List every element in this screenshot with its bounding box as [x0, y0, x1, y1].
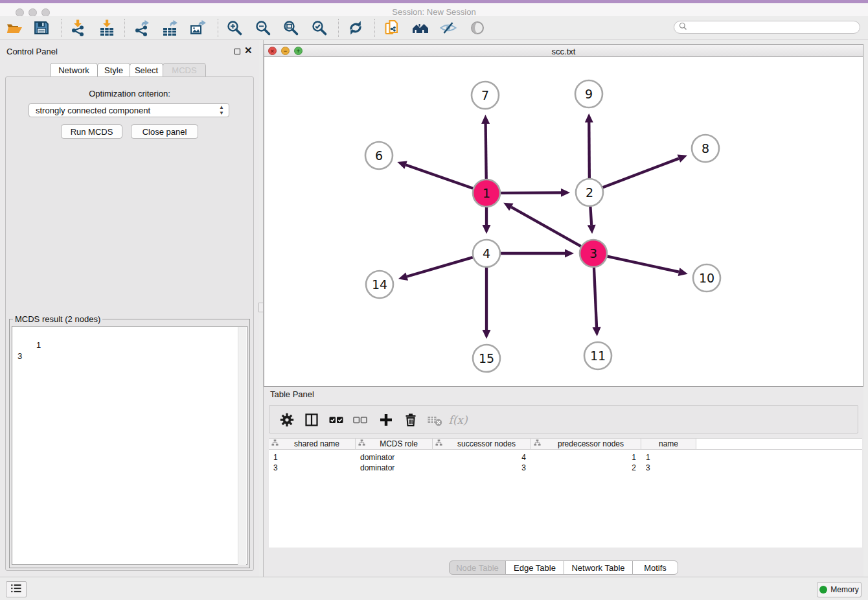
- column-sort-icon[interactable]: [358, 439, 365, 448]
- edge-4-3[interactable]: [501, 249, 574, 258]
- function-builder-icon[interactable]: f(x): [450, 411, 466, 428]
- column-sort-icon[interactable]: [271, 439, 279, 448]
- table-cell[interactable]: 3: [269, 463, 356, 473]
- edge-4-14[interactable]: [398, 257, 473, 281]
- criterion-select[interactable]: strongly connected component ▲▼: [29, 103, 229, 117]
- edge-1-4[interactable]: [483, 207, 491, 234]
- table-cell[interactable]: 1: [531, 452, 641, 463]
- zoom-in-icon[interactable]: [225, 19, 244, 37]
- zoom-selected-icon[interactable]: [310, 19, 328, 37]
- column-header-predecessor-nodes[interactable]: predecessor nodes: [531, 438, 641, 450]
- list-icon: [10, 582, 23, 597]
- duplicate-network-icon[interactable]: [383, 19, 401, 37]
- tab-select[interactable]: Select: [130, 63, 163, 76]
- column-header-successor-nodes[interactable]: successor nodes: [433, 438, 531, 450]
- edge-3-10[interactable]: [607, 257, 687, 276]
- control-panel-close-icon[interactable]: ✕: [244, 47, 253, 54]
- mcds-result-scrollbar[interactable]: [238, 327, 246, 565]
- edge-3-11[interactable]: [593, 268, 601, 336]
- tab-network-table[interactable]: Network Table: [564, 560, 633, 575]
- edge-1-6[interactable]: [397, 161, 473, 188]
- zoom-out-icon[interactable]: [254, 19, 272, 37]
- tab-network[interactable]: Network: [50, 63, 98, 76]
- table-cell[interactable]: dominator: [356, 452, 433, 463]
- delete-row-icon[interactable]: [402, 411, 419, 428]
- graph-node-15[interactable]: 15: [473, 345, 500, 372]
- tab-node-table[interactable]: Node Table: [449, 560, 506, 575]
- zoom-fit-icon[interactable]: [282, 19, 300, 37]
- hide-graphics-details-icon[interactable]: [439, 19, 457, 37]
- mcds-result-textarea[interactable]: 1 3: [12, 326, 247, 565]
- edge-2-8[interactable]: [603, 155, 687, 188]
- search-input[interactable]: [674, 21, 860, 34]
- graph-node-8[interactable]: 8: [692, 135, 719, 162]
- table-cell[interactable]: 3: [433, 463, 531, 473]
- edge-2-9[interactable]: [585, 113, 593, 178]
- edge-1-2[interactable]: [501, 189, 570, 197]
- tab-edge-table[interactable]: Edge Table: [505, 560, 564, 575]
- settings-gear-icon[interactable]: [279, 411, 295, 428]
- window-title: Session: New Session: [0, 7, 868, 17]
- edge-3-1[interactable]: [503, 203, 581, 246]
- export-table-icon[interactable]: [161, 19, 179, 37]
- open-session-icon[interactable]: [5, 19, 23, 37]
- table-cell[interactable]: 1: [269, 452, 356, 463]
- refresh-icon[interactable]: [347, 19, 365, 37]
- column-header-MCDS-role[interactable]: MCDS role: [356, 438, 433, 450]
- network-canvas[interactable]: 1234678910111415: [264, 57, 863, 386]
- column-header-label: shared name: [279, 439, 355, 448]
- graph-node-14[interactable]: 14: [366, 271, 393, 298]
- task-history-button[interactable]: [6, 581, 27, 597]
- graph-node-2[interactable]: 2: [576, 179, 603, 206]
- network-window-titlebar: × − + scc.txt: [264, 45, 863, 57]
- edge-4-15[interactable]: [483, 268, 491, 339]
- table-cell[interactable]: 1: [641, 452, 696, 463]
- home-icon[interactable]: [411, 19, 429, 37]
- delete-table-icon[interactable]: [426, 411, 443, 428]
- graph-node-11[interactable]: 11: [584, 342, 611, 369]
- arrowhead: [588, 225, 596, 234]
- vertical-splitter-handle[interactable]: [258, 303, 264, 312]
- optimization-criterion-label: Optimization criterion:: [0, 89, 259, 98]
- graph-node-4[interactable]: 4: [473, 240, 500, 267]
- table-cell[interactable]: 3: [641, 463, 696, 473]
- add-row-icon[interactable]: [378, 411, 394, 428]
- export-network-icon[interactable]: [132, 19, 150, 37]
- graph-node-10[interactable]: 10: [693, 264, 720, 292]
- edge-2-3[interactable]: [588, 207, 596, 234]
- close-panel-button[interactable]: Close panel: [131, 124, 198, 139]
- select-all-icon[interactable]: [328, 411, 345, 428]
- tab-mcds[interactable]: MCDS: [163, 63, 206, 76]
- import-table-icon[interactable]: [98, 19, 116, 37]
- column-header-name[interactable]: name: [641, 438, 696, 450]
- tab-motifs[interactable]: Motifs: [632, 560, 678, 575]
- table-cell[interactable]: 4: [433, 452, 531, 463]
- column-layout-icon[interactable]: [303, 411, 320, 428]
- network-window-title: scc.txt: [264, 47, 863, 56]
- column-sort-icon[interactable]: [534, 439, 541, 448]
- table-cell[interactable]: dominator: [356, 463, 433, 473]
- table-row-3[interactable]: 3dominator323: [269, 463, 696, 473]
- memory-button[interactable]: Memory: [817, 582, 862, 597]
- graph-node-6[interactable]: 6: [365, 142, 393, 169]
- deselect-all-icon[interactable]: [352, 411, 369, 428]
- show-graphics-details-icon[interactable]: [468, 19, 486, 37]
- graph-node-9[interactable]: 9: [575, 80, 602, 108]
- edge-1-7[interactable]: [481, 115, 490, 179]
- graph-node-7[interactable]: 7: [472, 82, 499, 109]
- network-view-window: × − + scc.txt 1234678910111415: [264, 44, 863, 387]
- tab-style[interactable]: Style: [97, 63, 130, 76]
- table-cell[interactable]: 2: [531, 463, 641, 473]
- export-image-icon[interactable]: [189, 19, 207, 37]
- graph-node-3[interactable]: 3: [580, 240, 607, 267]
- graph-node-1[interactable]: 1: [473, 179, 500, 207]
- criterion-select-value: strongly connected component: [36, 106, 150, 115]
- control-panel-float-icon[interactable]: [234, 49, 240, 54]
- arrowhead: [593, 327, 601, 336]
- save-session-icon[interactable]: [32, 19, 51, 37]
- import-network-icon[interactable]: [69, 19, 87, 37]
- column-header-shared-name[interactable]: shared name: [269, 438, 356, 450]
- run-mcds-button[interactable]: Run MCDS: [61, 124, 122, 139]
- table-row-1[interactable]: 1dominator411: [269, 452, 696, 463]
- column-sort-icon[interactable]: [435, 439, 442, 448]
